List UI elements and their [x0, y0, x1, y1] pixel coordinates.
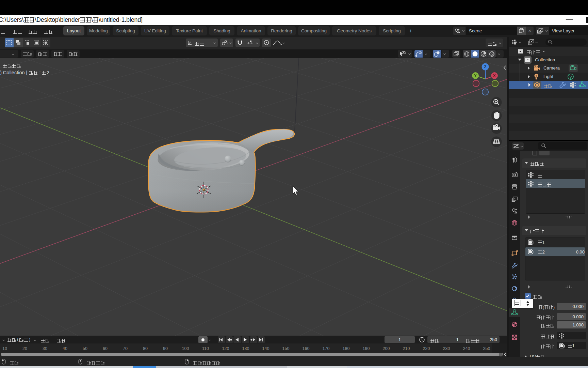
svg-text:Z: Z	[484, 65, 486, 69]
svg-text:X: X	[493, 74, 496, 78]
svg-text:Y: Y	[474, 74, 477, 78]
